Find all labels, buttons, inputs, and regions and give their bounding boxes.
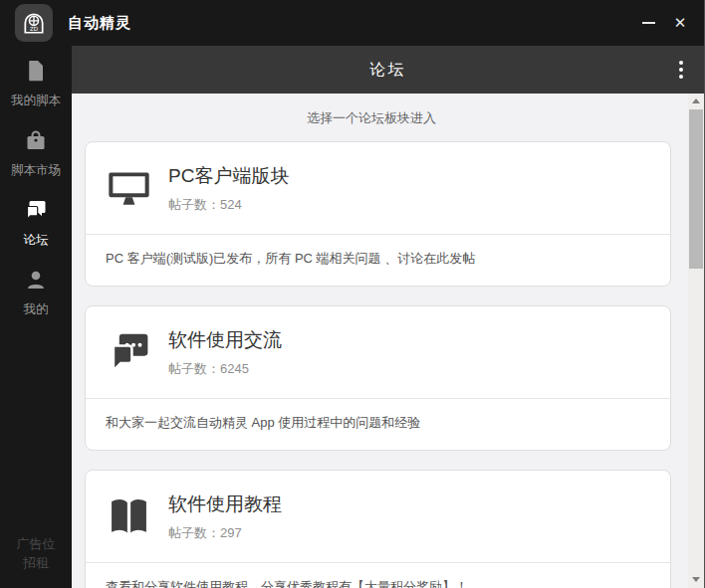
scroll-down-arrow-icon[interactable] xyxy=(688,572,704,586)
ad-line1: 广告位 xyxy=(0,534,72,553)
minimize-button[interactable] xyxy=(632,7,664,39)
sidebar-item-my-scripts[interactable]: 我的脚本 xyxy=(0,60,72,107)
scrollbar-thumb[interactable] xyxy=(689,109,703,269)
monitor-icon xyxy=(106,166,152,210)
kebab-menu-icon[interactable] xyxy=(669,56,693,84)
card-head: 软件使用交流 帖子数：6245 xyxy=(86,306,670,398)
sidebar-item-label: 我的 xyxy=(24,301,49,318)
board-title: 软件使用交流 xyxy=(168,327,282,353)
open-book-icon xyxy=(106,494,152,538)
page-title: 论坛 xyxy=(370,60,406,81)
vertical-scrollbar xyxy=(688,94,704,588)
forum-board-list: 选择一个论坛板块进入 PC客户端版块 帖子数：524 PC 客户端(测试版)已发… xyxy=(72,94,704,588)
sidebar-item-script-market[interactable]: 脚本市场 xyxy=(0,129,72,177)
script-file-icon xyxy=(24,59,48,87)
minimize-icon xyxy=(642,22,655,24)
board-description: PC 客户端(测试版)已发布，所有 PC 端相关问题 、讨论在此发帖 xyxy=(86,234,670,286)
board-hint-text: 选择一个论坛板块进入 xyxy=(85,110,658,126)
profile-person-icon xyxy=(24,268,48,295)
card-head: PC客户端版块 帖子数：524 xyxy=(86,142,670,234)
card-head: 软件使用教程 帖子数：297 xyxy=(86,471,670,562)
app-badge-text: ZD xyxy=(30,26,38,32)
board-post-count: 帖子数：524 xyxy=(168,196,289,214)
forum-board-card-pc-client[interactable]: PC客户端版块 帖子数：524 PC 客户端(测试版)已发布，所有 PC 端相关… xyxy=(85,141,671,287)
forum-board-card-software-discussion[interactable]: 软件使用交流 帖子数：6245 和大家一起交流自动精灵 App 使用过程中的问题… xyxy=(85,305,671,451)
forum-board-card-tutorials[interactable]: 软件使用教程 帖子数：297 查看和分享软件使用教程，分享优秀教程有【大量积分奖… xyxy=(85,470,671,588)
app-logo-icon: ZD xyxy=(15,4,53,42)
card-text-block: 软件使用教程 帖子数：297 xyxy=(168,491,282,542)
ad-placeholder[interactable]: 广告位 招租 xyxy=(0,534,72,572)
app-window: ZD 自动精灵 ✕ 我的脚本 xyxy=(0,0,705,588)
window-controls: ✕ xyxy=(632,7,696,39)
card-text-block: PC客户端版块 帖子数：524 xyxy=(168,163,289,214)
market-bag-icon xyxy=(24,128,48,156)
close-icon: ✕ xyxy=(674,14,687,32)
sidebar-item-forum[interactable]: 论坛 xyxy=(0,199,72,247)
close-button[interactable]: ✕ xyxy=(664,7,696,39)
sidebar-item-label: 我的脚本 xyxy=(11,93,61,109)
ad-line2: 招租 xyxy=(0,553,72,572)
sidebar-item-label: 论坛 xyxy=(24,232,49,249)
sidebar-item-label: 脚本市场 xyxy=(11,162,61,179)
board-post-count: 帖子数：6245 xyxy=(168,360,282,378)
card-text-block: 软件使用交流 帖子数：6245 xyxy=(168,327,282,378)
board-title: 软件使用教程 xyxy=(168,491,282,517)
board-post-count: 帖子数：297 xyxy=(168,524,282,542)
board-description: 查看和分享软件使用教程，分享优秀教程有【大量积分奖励】！ xyxy=(86,562,670,588)
sidebar-item-mine[interactable]: 我的 xyxy=(0,269,72,316)
window-title: 自动精灵 xyxy=(68,14,131,33)
section-header: 论坛 xyxy=(72,46,704,94)
scroll-up-arrow-icon[interactable] xyxy=(688,94,704,107)
chat-bubble-icon xyxy=(106,330,152,374)
board-description: 和大家一起交流自动精灵 App 使用过程中的问题和经验 xyxy=(86,398,670,450)
board-title: PC客户端版块 xyxy=(168,163,289,189)
forum-chat-icon xyxy=(24,198,48,226)
title-bar: ZD 自动精灵 ✕ xyxy=(0,0,704,46)
sidebar-nav: 我的脚本 脚本市场 论坛 xyxy=(0,46,72,588)
